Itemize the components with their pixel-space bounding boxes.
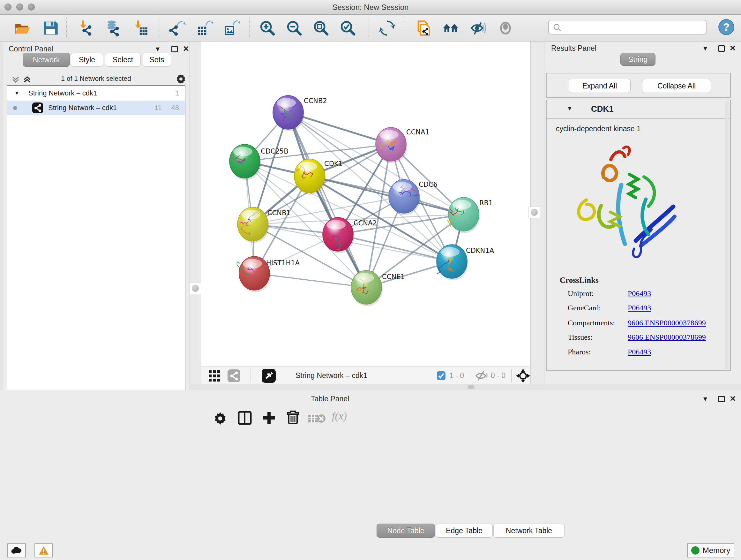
help-icon[interactable]: ? bbox=[718, 19, 735, 36]
undock-panel-icon[interactable] bbox=[718, 45, 725, 53]
export-table-icon[interactable] bbox=[197, 20, 213, 37]
selected-checkbox-icon[interactable] bbox=[437, 371, 446, 380]
import-network-database-icon[interactable] bbox=[104, 20, 121, 37]
delete-column-icon[interactable] bbox=[286, 410, 300, 425]
left-panel-divider[interactable] bbox=[190, 42, 201, 384]
network-node-count: 11 bbox=[154, 101, 162, 115]
cloud-status-button[interactable] bbox=[7, 543, 26, 557]
warning-status-button[interactable] bbox=[35, 543, 53, 557]
network-edge[interactable] bbox=[310, 176, 464, 214]
table-settings-gear-icon[interactable] bbox=[213, 411, 227, 425]
undock-panel-icon[interactable] bbox=[172, 46, 178, 54]
crosslink-compartments-link[interactable]: 9606.ENSP00000378699 bbox=[628, 319, 706, 327]
main-toolbar: ? bbox=[0, 15, 741, 42]
import-network-file-icon[interactable] bbox=[77, 20, 94, 37]
tab-string[interactable]: String bbox=[620, 53, 656, 66]
hide-selected-icon[interactable] bbox=[469, 20, 486, 37]
tab-style[interactable]: Style bbox=[71, 53, 103, 67]
close-panel-icon[interactable]: ✕ bbox=[730, 44, 736, 53]
warning-icon bbox=[39, 546, 49, 555]
open-session-icon[interactable] bbox=[14, 20, 30, 37]
tab-sets[interactable]: Sets bbox=[143, 53, 171, 67]
network-edge[interactable] bbox=[254, 273, 366, 287]
node-label-CDC6: CDC6 bbox=[419, 181, 437, 188]
function-builder-icon[interactable]: f(x) bbox=[332, 410, 347, 422]
string-network-icon bbox=[32, 103, 43, 113]
show-all-icon[interactable] bbox=[497, 20, 514, 37]
network-row-selected[interactable]: String Network – cdk1 11 48 bbox=[7, 101, 185, 115]
node-label-HIST1H1A: HIST1H1A bbox=[266, 259, 300, 267]
tab-node-table[interactable]: Node Table bbox=[377, 523, 435, 538]
toolbar-separator bbox=[471, 369, 471, 382]
hidden-count: 0 - 0 bbox=[491, 371, 506, 380]
toolbar-separator bbox=[511, 369, 512, 382]
float-panel-icon[interactable]: ▾ bbox=[703, 394, 707, 403]
network-overview-icon[interactable] bbox=[227, 369, 240, 382]
zoom-in-icon[interactable] bbox=[259, 20, 276, 37]
results-scrollbar[interactable] bbox=[725, 102, 729, 369]
network-edge[interactable] bbox=[288, 112, 366, 287]
network-collection-row[interactable]: ▼ String Network – cdk1 1 bbox=[7, 86, 185, 101]
export-image-icon[interactable] bbox=[223, 20, 240, 37]
network-view-title: String Network – cdk1 bbox=[295, 371, 367, 380]
search-field[interactable] bbox=[548, 20, 706, 35]
import-table-icon[interactable] bbox=[132, 20, 149, 37]
float-panel-icon[interactable]: ▾ bbox=[156, 44, 159, 54]
tab-select[interactable]: Select bbox=[105, 53, 141, 67]
memory-button[interactable]: Memory bbox=[687, 543, 734, 557]
network-options-gear-icon[interactable] bbox=[176, 73, 186, 84]
search-input[interactable] bbox=[565, 21, 703, 33]
add-column-icon[interactable] bbox=[262, 411, 276, 425]
show-columns-icon[interactable] bbox=[238, 411, 252, 425]
toolbar-separator bbox=[66, 17, 67, 38]
tab-edge-table[interactable]: Edge Table bbox=[435, 523, 493, 538]
horizontal-splitter[interactable] bbox=[190, 384, 741, 390]
save-session-icon[interactable] bbox=[42, 20, 59, 37]
close-panel-icon[interactable]: ✕ bbox=[730, 394, 736, 403]
close-panel-icon[interactable]: ✕ bbox=[183, 44, 189, 54]
network-selection-status: 1 of 1 Network selected bbox=[3, 75, 189, 82]
birdseye-toggle-icon[interactable] bbox=[262, 369, 276, 383]
toolbar-separator bbox=[158, 17, 159, 38]
expand-all-button[interactable]: Expand All bbox=[569, 79, 630, 93]
undock-panel-icon[interactable] bbox=[718, 396, 725, 403]
export-network-icon[interactable] bbox=[169, 20, 186, 37]
left-divider-handle[interactable] bbox=[190, 283, 201, 294]
results-panel: Results Panel ▾ ✕ String Expand All Coll… bbox=[544, 42, 741, 384]
collapse-gene-icon[interactable]: ▼ bbox=[567, 105, 572, 112]
zoom-out-icon[interactable] bbox=[286, 20, 302, 37]
results-panel-title: Results Panel bbox=[551, 44, 596, 53]
node-label-RB1: RB1 bbox=[479, 199, 493, 207]
crosslink-genecard-link[interactable]: P06493 bbox=[628, 304, 651, 312]
crosslink-uniprot-link[interactable]: P06493 bbox=[628, 289, 651, 298]
zoom-fit-icon[interactable] bbox=[313, 20, 329, 37]
network-label: String Network – cdk1 bbox=[48, 101, 117, 115]
table-panel: Table Panel ▾ ✕ f(x) shared name name ca… bbox=[0, 390, 741, 542]
crosslink-tissues-link[interactable]: 9606.ENSP00000378699 bbox=[628, 333, 706, 341]
tab-network-table[interactable]: Network Table bbox=[493, 523, 564, 538]
hidden-eye-icon[interactable] bbox=[475, 371, 488, 381]
node-label-CCNA1: CCNA1 bbox=[406, 128, 429, 136]
node-label-CCNE1: CCNE1 bbox=[382, 273, 405, 281]
gene-result-box: ▼ CDK1 cyclin-dependent kinase 1 bbox=[546, 100, 731, 371]
gene-description: cyclin-dependent kinase 1 bbox=[556, 125, 641, 133]
float-panel-icon[interactable]: ▾ bbox=[703, 44, 707, 53]
title-bar: Session: New Session bbox=[0, 0, 741, 15]
right-divider-handle[interactable] bbox=[529, 206, 540, 218]
home-icon[interactable] bbox=[442, 20, 459, 37]
crosslink-label: Tissues: bbox=[568, 333, 593, 341]
fit-content-crosshair-icon[interactable] bbox=[516, 368, 530, 383]
zoom-selected-icon[interactable] bbox=[340, 20, 356, 37]
crosslink-pharos-link[interactable]: P06493 bbox=[628, 348, 651, 356]
clone-network-icon[interactable] bbox=[415, 20, 431, 37]
tree-expander-icon[interactable]: ▼ bbox=[14, 86, 19, 101]
refresh-view-icon[interactable] bbox=[379, 20, 395, 37]
grid-view-icon[interactable] bbox=[208, 370, 220, 381]
tab-network[interactable]: Network bbox=[23, 53, 70, 67]
collapse-all-button[interactable]: Collapse All bbox=[642, 79, 711, 93]
expand-collapse-box: Expand All Collapse All bbox=[546, 73, 731, 98]
cloud-icon bbox=[11, 547, 22, 554]
network-canvas[interactable]: CCNB2CCNA1CDC25BCDK1CDC6RB1CCNB1CCNA2CDK… bbox=[201, 42, 530, 367]
delete-table-icon[interactable] bbox=[308, 414, 326, 423]
splitter-handle[interactable] bbox=[468, 385, 475, 389]
